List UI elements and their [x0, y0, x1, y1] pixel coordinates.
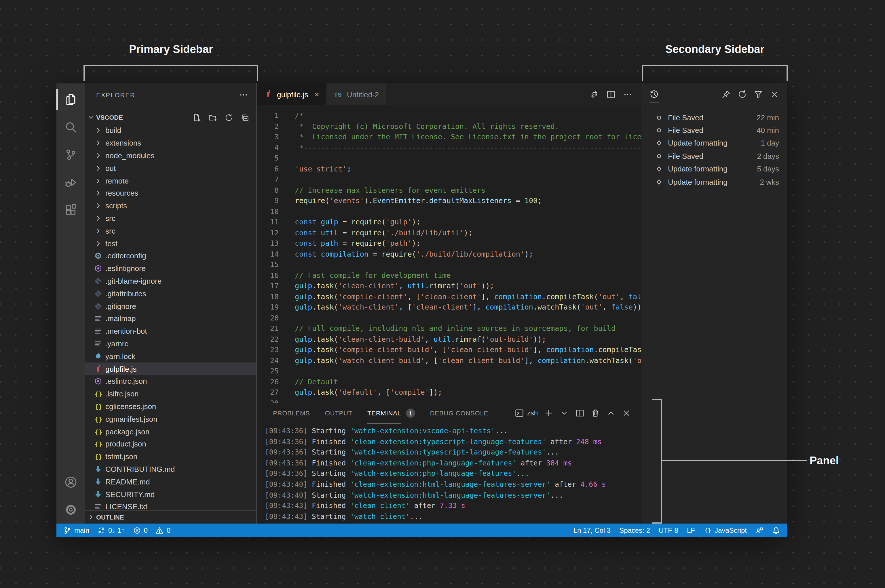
plus-icon[interactable]: [544, 408, 553, 418]
new-file-icon[interactable]: [192, 113, 201, 122]
tree-file-gulpfile.js[interactable]: gulpfile.js: [85, 363, 256, 375]
tree-folder-build[interactable]: build: [85, 124, 256, 137]
editor-tab-gulpfile.js[interactable]: gulpfile.js×: [257, 83, 327, 105]
activity-bar-item-run-debug[interactable]: [56, 169, 85, 196]
tree-folder-test[interactable]: test: [85, 237, 256, 250]
close-tab-icon[interactable]: ×: [315, 90, 319, 99]
status-item-language-mode[interactable]: {}JavaScript: [704, 526, 747, 534]
tree-file-.git-blame-ignore[interactable]: .git-blame-ignore: [85, 275, 256, 287]
tree-folder-extensions[interactable]: extensions: [85, 137, 256, 150]
activity-bar-item-extensions[interactable]: [56, 196, 85, 224]
panel-tab-problems[interactable]: PROBLEMS: [273, 403, 310, 423]
timeline-item[interactable]: File Saved22 min: [641, 111, 787, 124]
status-item-sync-indicator[interactable]: 0↓ 1↑: [97, 526, 125, 534]
tree-file-cgmanifest.json[interactable]: {}cgmanifest.json: [85, 413, 256, 426]
tree-folder-resources[interactable]: resources: [85, 187, 256, 200]
tree-folder-src[interactable]: src: [85, 212, 256, 225]
shell-selector[interactable]: zsh: [515, 408, 538, 418]
code-editor[interactable]: 1234567891011121314151617181920212223242…: [257, 105, 641, 403]
tree-file-.gitignore[interactable]: .gitignore: [85, 300, 256, 312]
tree-file-.editorconfig[interactable]: .editorconfig: [85, 250, 256, 262]
tree-file-.mailmap[interactable]: .mailmap: [85, 312, 256, 325]
tree-file-SECURITY.md[interactable]: SECURITY.md: [85, 488, 256, 501]
status-item-cursor-position[interactable]: Ln 17, Col 3: [573, 526, 611, 534]
timeline-item[interactable]: Update formatting5 days: [641, 162, 787, 176]
activity-bar-item-search[interactable]: [56, 113, 85, 141]
status-item-eol[interactable]: LF: [687, 526, 695, 534]
tree-folder-out[interactable]: out: [85, 162, 256, 175]
tree-file-LICENSE.txt[interactable]: LICENSE.txt: [85, 501, 256, 511]
tree-folder-node_modules[interactable]: node_modules: [85, 149, 256, 162]
activity-bar: [56, 83, 85, 524]
split-editor-icon[interactable]: [606, 90, 616, 99]
gulp-icon: [93, 364, 102, 373]
chevron-up-icon[interactable]: [606, 408, 616, 418]
open-changes-icon[interactable]: [590, 90, 599, 99]
timeline-item[interactable]: File Saved2 days: [641, 150, 787, 162]
pin-icon[interactable]: [721, 90, 731, 99]
timeline-item-label: Update formatting: [668, 177, 727, 186]
tree-file-cglicenses.json[interactable]: {}cglicenses.json: [85, 400, 256, 413]
activity-bar-item-settings-gear[interactable]: [56, 496, 85, 524]
tree-folder-scripts[interactable]: scripts: [85, 200, 256, 212]
line-number: 4: [257, 142, 279, 153]
chevron-right-icon: [93, 164, 102, 172]
tree-file-.gitattributes[interactable]: .gitattributes: [85, 287, 256, 300]
tree-file-.lsifrc.json[interactable]: {}.lsifrc.json: [85, 387, 256, 400]
code-line: gulp.task('compile-client-build', ['clea…: [295, 345, 641, 355]
tree-item-label: remote: [105, 176, 129, 185]
activity-bar-item-source-control[interactable]: [56, 141, 85, 169]
status-item-notifications[interactable]: [772, 526, 780, 534]
outline-section-header[interactable]: OUTLINE: [85, 510, 256, 524]
refresh-icon[interactable]: [224, 113, 233, 122]
chevron-right-icon: [93, 201, 102, 210]
status-item-branch-indicator[interactable]: main: [63, 526, 89, 534]
status-item-feedback[interactable]: [756, 526, 763, 534]
new-folder-icon[interactable]: [208, 113, 217, 122]
line-number: 8: [257, 185, 279, 196]
panel-tab-terminal[interactable]: TERMINAL1: [367, 403, 415, 423]
split-editor-icon[interactable]: [575, 408, 584, 418]
tree-folder-src[interactable]: src: [85, 225, 256, 237]
status-item-indentation[interactable]: Spaces: 2: [619, 526, 650, 534]
more-actions-icon[interactable]: [239, 90, 248, 99]
close-icon[interactable]: [622, 408, 631, 418]
panel-tab-debug-console[interactable]: DEBUG CONSOLE: [430, 403, 488, 423]
terminal-output[interactable]: [09:43:36] Starting 'watch-extension:vsc…: [265, 423, 640, 524]
tree-file-product.json[interactable]: {}product.json: [85, 438, 256, 450]
tree-file-.eslintignore[interactable]: .eslintignore: [85, 262, 256, 275]
refresh-icon[interactable]: [738, 90, 747, 99]
tree-file-.eslintrc.json[interactable]: .eslintrc.json: [85, 375, 256, 388]
panel-tab-output[interactable]: OUTPUT: [325, 403, 352, 423]
line-number: 18: [257, 291, 279, 302]
status-item-errors-indicator[interactable]: 0: [133, 526, 148, 534]
chevron-right-icon: [93, 176, 102, 185]
tree-file-package.json[interactable]: {}package.json: [85, 425, 256, 438]
tree-file-CONTRIBUTING.md[interactable]: CONTRIBUTING.md: [85, 463, 256, 476]
more-icon[interactable]: [623, 90, 632, 99]
editor-tab-Untitled-2[interactable]: TSUntitled-2: [327, 83, 386, 105]
secondary-sidebar-annotation: Secondary Sidebar: [642, 43, 788, 56]
collapse-all-icon[interactable]: [241, 113, 249, 122]
tree-file-.mention-bot[interactable]: .mention-bot: [85, 325, 256, 338]
activity-bar-item-files[interactable]: [56, 86, 85, 113]
close-icon[interactable]: [770, 90, 779, 99]
tree-file-yarn.lock[interactable]: yarn.lock: [85, 350, 256, 363]
history-icon[interactable]: [650, 87, 659, 102]
terminal-line: [09:43:36] Starting 'watch-extension:typ…: [265, 447, 640, 458]
tree-folder-remote[interactable]: remote: [85, 174, 256, 187]
status-item-warnings-indicator[interactable]: 0: [156, 526, 170, 534]
tree-file-.yarnrc[interactable]: .yarnrc: [85, 338, 256, 350]
tree-file-tsfmt.json[interactable]: {}tsfmt.json: [85, 450, 256, 463]
activity-bar-item-account[interactable]: [56, 468, 85, 496]
timeline-item[interactable]: Update formatting1 day: [641, 137, 787, 150]
chevron-down-icon[interactable]: [560, 408, 569, 418]
timeline-item[interactable]: File Saved40 min: [641, 124, 787, 137]
trash-icon[interactable]: [591, 408, 600, 418]
timeline-item[interactable]: Update formatting2 wks: [641, 176, 787, 188]
tree-file-README.md[interactable]: README.md: [85, 476, 256, 488]
status-item-encoding[interactable]: UTF-8: [659, 526, 678, 534]
filter-icon[interactable]: [754, 90, 763, 99]
code-line: * Copyright (c) Microsoft Corporation. A…: [295, 121, 641, 132]
workspace-section-header[interactable]: VSCODE: [85, 111, 256, 124]
